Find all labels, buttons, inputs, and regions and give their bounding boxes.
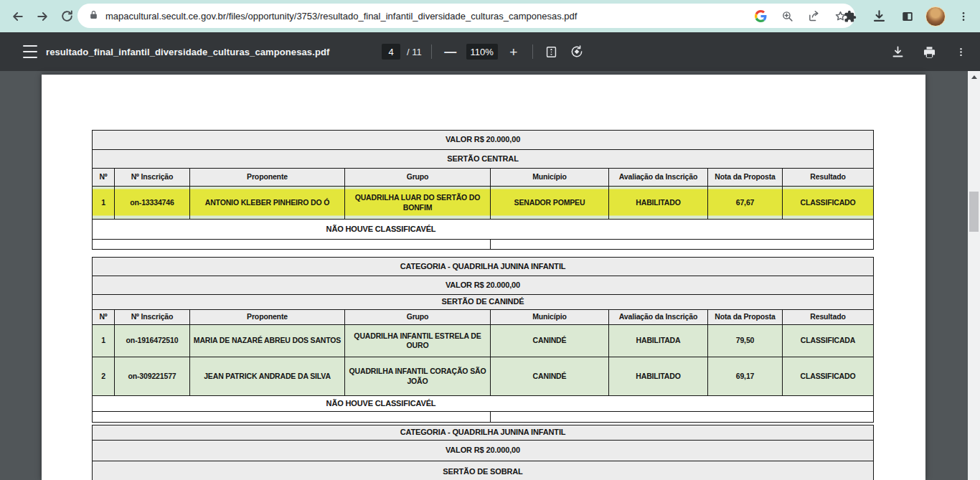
cell-nota: 69,17 [708, 357, 783, 396]
cell-num: 1 [93, 325, 115, 357]
download-icon [872, 9, 886, 23]
back-button[interactable] [6, 4, 30, 29]
value-row: VALOR R$ 20.000,00 [93, 441, 874, 461]
toolbar-separator [431, 44, 432, 59]
cell-avaliacao: HABILITADO [609, 187, 708, 220]
cell-municipio: SENADOR POMPEU [491, 187, 609, 220]
extensions-button[interactable] [839, 4, 861, 29]
col-header: Proponente [190, 169, 345, 187]
plus-icon: + [509, 45, 517, 59]
zoom-out-button[interactable]: — [441, 42, 460, 61]
scrollbar-up-arrow[interactable] [968, 71, 980, 83]
cell-proponente: ANTONIO KLEBER PINHEIRO DO Ó [190, 187, 345, 220]
cell-resultado: CLASSIFICADO [783, 357, 874, 396]
col-header: Município [491, 169, 609, 187]
lock-icon [89, 9, 98, 22]
pdf-download-button[interactable] [888, 42, 907, 61]
url-bar[interactable]: mapacultural.secult.ce.gov.br/files/oppo… [77, 4, 855, 28]
cell-municipio: CANINDÉ [491, 325, 609, 357]
table-sertao-caninde: CATEGORIA - QUADRILHA JUNINA INFANTIL VA… [92, 257, 874, 423]
url-text: mapacultural.secult.ce.gov.br/files/oppo… [105, 11, 746, 22]
download-icon [891, 45, 905, 59]
forward-button[interactable] [30, 4, 55, 29]
split-screen-button[interactable] [897, 4, 918, 29]
pdf-toolbar: resultado_final_infantil_diversidade_cul… [0, 32, 980, 71]
more-vertical-icon [958, 11, 969, 22]
col-header: Nota da Proposta [708, 169, 783, 187]
region-row: SERTÃO CENTRAL [93, 150, 874, 169]
forward-icon [35, 9, 50, 24]
category-row: CATEGORIA - QUADRILHA JUNINA INFANTIL [93, 258, 874, 276]
pdf-menu-button[interactable] [16, 44, 44, 60]
print-button[interactable] [920, 42, 938, 61]
share-icon[interactable] [808, 10, 820, 22]
cell-inscricao: on-13334746 [115, 187, 190, 220]
col-header: Avaliação da Inscrição [609, 310, 708, 325]
col-header: Grupo [345, 169, 491, 187]
pdf-viewer: VALOR R$ 20.000,00 SERTÃO CENTRAL Nº Nº … [0, 71, 980, 480]
cell-num: 1 [93, 187, 115, 220]
rotate-button[interactable] [567, 42, 586, 61]
col-header: Proponente [190, 310, 345, 325]
pdf-filename: resultado_final_infantil_diversidade_cul… [46, 32, 329, 71]
col-header: Nº [93, 310, 115, 325]
cell-grupo: QUADRILHA INFANTIL ESTRELA DE OURO [345, 325, 491, 357]
puzzle-icon [844, 10, 857, 23]
col-header: Nº [93, 169, 115, 187]
page-fit-icon [545, 45, 558, 59]
empty-cell [491, 412, 874, 423]
col-header: Nota da Proposta [708, 310, 783, 325]
region-row: SERTÃO DE SOBRAL [93, 461, 874, 480]
browser-menu-button[interactable] [953, 4, 974, 29]
table-row: 1 on-1916472510 MARIA DE NAZARÉ ABREU DO… [93, 325, 874, 357]
table-sertao-central: VALOR R$ 20.000,00 SERTÃO CENTRAL Nº Nº … [92, 130, 874, 250]
cell-inscricao: on-1916472510 [115, 325, 190, 357]
cell-avaliacao: HABILITADA [609, 325, 708, 357]
pdf-more-button[interactable] [951, 42, 970, 61]
col-header: Município [491, 310, 609, 325]
print-icon [923, 45, 936, 59]
profile-avatar[interactable] [925, 6, 946, 27]
page-total: / 11 [407, 47, 422, 57]
google-g-icon[interactable] [755, 10, 767, 22]
value-row: VALOR R$ 20.000,00 [93, 276, 874, 295]
value-row: VALOR R$ 20.000,00 [93, 131, 874, 150]
page-number-input[interactable]: 4 [382, 44, 400, 60]
cell-resultado: CLASSIFICADO [783, 187, 874, 220]
cell-inscricao: on-309221577 [115, 357, 190, 396]
col-header: Nº Inscrição [115, 169, 190, 187]
col-header: Resultado [783, 310, 874, 325]
cell-avaliacao: HABILITADO [609, 357, 708, 396]
cell-resultado: CLASSIFICADA [783, 325, 874, 357]
scrollbar[interactable] [968, 71, 980, 480]
cell-num: 2 [93, 357, 115, 396]
cell-proponente: MARIA DE NAZARÉ ABREU DOS SANTOS [190, 325, 345, 357]
cell-proponente: JEAN PATRICK ANDRADE DA SILVA [190, 357, 345, 396]
cell-grupo: QUADRILHA LUAR DO SERTÃO DO BONFIM [345, 187, 491, 220]
downloads-button[interactable] [868, 4, 890, 29]
cell-municipio: CANINDÉ [491, 357, 609, 396]
zoom-in-button[interactable]: + [504, 42, 523, 61]
table-row: 2 on-309221577 JEAN PATRICK ANDRADE DA S… [93, 357, 874, 396]
zoom-level[interactable]: 110% [466, 44, 498, 60]
empty-cell [93, 412, 491, 423]
back-icon [11, 9, 25, 24]
no-result-row: NÃO HOUVE CLASSIFICAVÉL [94, 225, 668, 235]
toolbar-separator [532, 44, 533, 59]
reload-icon [60, 9, 74, 23]
rotate-icon [570, 44, 584, 59]
table-sertao-sobral: CATEGORIA - QUADRILHA JUNINA INFANTIL VA… [92, 425, 874, 480]
col-header: Grupo [345, 310, 491, 325]
fit-page-button[interactable] [542, 42, 561, 61]
scrollbar-thumb[interactable] [969, 192, 979, 232]
minus-icon: — [444, 46, 456, 58]
zoom-in-icon[interactable] [781, 10, 793, 22]
split-screen-icon [901, 10, 914, 23]
empty-cell [491, 240, 874, 250]
no-result-row: NÃO HOUVE CLASSIFICAVÉL [94, 399, 668, 409]
cell-grupo: QUADRILHA INFANTIL CORAÇÃO SÃO JOÃO [345, 357, 491, 396]
col-header: Resultado [783, 169, 874, 187]
pdf-page: VALOR R$ 20.000,00 SERTÃO CENTRAL Nº Nº … [42, 75, 925, 480]
reload-button[interactable] [55, 4, 79, 29]
more-vertical-icon [956, 47, 966, 57]
